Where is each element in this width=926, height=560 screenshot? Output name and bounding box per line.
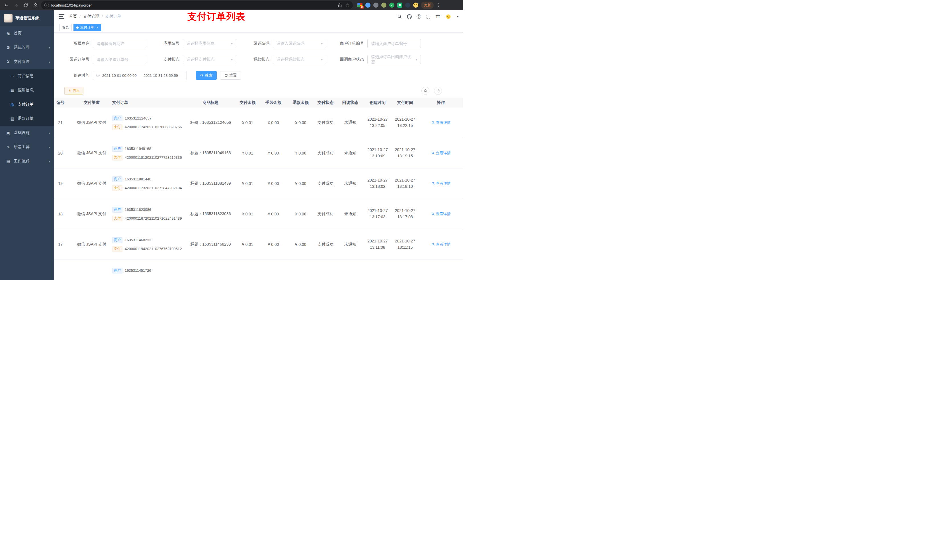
app-logo-image bbox=[4, 14, 12, 23]
pay-order-cell: 商户1635311823086 支付4200001167202110271022… bbox=[109, 207, 186, 222]
sidebar-item-system[interactable]: ⚙ 系统管理 ▾ bbox=[0, 41, 54, 54]
toggle-search-button[interactable] bbox=[421, 87, 430, 95]
search-button-label: 搜索 bbox=[205, 73, 212, 78]
refund-status-select[interactable]: 请选择退款状态 ▾ bbox=[273, 55, 326, 64]
channel-order-no-input[interactable] bbox=[93, 55, 146, 64]
extension-icon[interactable] bbox=[397, 3, 402, 8]
sidebar-item-app-info[interactable]: ▦ 应用信息 bbox=[0, 83, 54, 97]
view-detail-link[interactable]: 查看详情 bbox=[431, 120, 451, 125]
search-icon bbox=[431, 182, 435, 185]
status-cell: 支付成功 bbox=[314, 120, 337, 125]
sidebar-item-pay-order[interactable]: ◎ 支付订单 bbox=[0, 97, 54, 112]
view-detail-link[interactable]: 查看详情 bbox=[431, 181, 451, 186]
tab-pay-order[interactable]: 支付订单 × bbox=[73, 24, 101, 31]
column-header-refund: 退款金额 bbox=[287, 100, 314, 105]
reset-button[interactable]: 重置 bbox=[220, 71, 241, 80]
channel-order-no: 4200001173202110272847982104 bbox=[125, 186, 182, 190]
merchant-order-no-input[interactable] bbox=[367, 39, 421, 48]
extension-icon[interactable] bbox=[373, 3, 378, 8]
column-header-order: 支付订单 bbox=[109, 100, 186, 105]
table-row: 20 微信 JSAPI 支付 商户1635311949168 支付4200001… bbox=[54, 138, 463, 169]
site-info-icon[interactable]: i bbox=[44, 3, 49, 8]
breadcrumb-home[interactable]: 首页 bbox=[69, 14, 77, 19]
tab-home[interactable]: 首页 bbox=[59, 24, 72, 31]
extension-icon[interactable] bbox=[381, 3, 386, 8]
github-icon[interactable] bbox=[407, 14, 412, 19]
channel-code-select[interactable]: 请输入渠道编码 ▾ bbox=[273, 39, 326, 48]
tools-icon: ✎ bbox=[6, 145, 11, 149]
share-icon[interactable] bbox=[337, 3, 342, 8]
action-cell: 查看详情 bbox=[419, 120, 463, 125]
pay-status-select[interactable]: 请选择支付状态 ▾ bbox=[183, 55, 236, 64]
font-size-icon[interactable]: TT bbox=[436, 14, 440, 19]
refund-status-filter-label: 退款状态 bbox=[244, 57, 273, 62]
view-detail-link[interactable]: 查看详情 bbox=[431, 211, 451, 217]
search-icon[interactable] bbox=[397, 14, 402, 19]
sidebar-item-merchant-info[interactable]: ▭ 商户信息 bbox=[0, 69, 54, 83]
create-time-cell: 2021-10-2713:18:02 bbox=[364, 177, 391, 190]
browser-menu-icon[interactable]: ⋮ bbox=[436, 3, 442, 8]
extension-icon[interactable] bbox=[405, 3, 410, 8]
sidebar-item-home[interactable]: ◉ 首页 bbox=[0, 26, 54, 41]
sidebar-item-infra[interactable]: ▣ 基础设施 ▾ bbox=[0, 126, 54, 140]
refresh-table-button[interactable] bbox=[434, 87, 442, 95]
search-button[interactable]: 搜索 bbox=[196, 71, 217, 80]
sidebar-item-workflow[interactable]: ▤ 工作流程 ▾ bbox=[0, 154, 54, 169]
browser-refresh-button[interactable] bbox=[22, 1, 30, 9]
view-detail-link[interactable]: 查看详情 bbox=[431, 151, 451, 155]
column-header-fee: 手续金额 bbox=[260, 100, 287, 105]
tab-label: 首页 bbox=[62, 25, 69, 30]
gear-icon: ⚙ bbox=[6, 45, 11, 50]
profile-avatar-icon[interactable] bbox=[413, 3, 418, 8]
user-avatar[interactable] bbox=[445, 13, 452, 20]
action-cell: 查看详情 bbox=[419, 181, 463, 186]
pay-tag: 支付 bbox=[112, 216, 123, 221]
product-title-cell: 标题：1635312124656 bbox=[186, 120, 236, 125]
sidebar-item-refund-order[interactable]: ▧ 退款订单 bbox=[0, 112, 54, 126]
fullscreen-icon[interactable] bbox=[426, 14, 431, 19]
search-icon bbox=[431, 243, 435, 246]
bookmark-star-icon[interactable]: ☆ bbox=[346, 3, 350, 8]
view-detail-link[interactable]: 查看详情 bbox=[431, 242, 451, 247]
dashboard-icon: ◉ bbox=[6, 31, 11, 36]
browser-back-button[interactable] bbox=[2, 1, 10, 9]
pay-tag: 支付 bbox=[112, 155, 123, 160]
refund-cell: ¥ 0.00 bbox=[287, 181, 314, 186]
create-time-range-picker[interactable]: 2021-10-01 00:00:00 - 2021-10-31 23:59:5… bbox=[93, 71, 187, 80]
action-cell: 查看详情 bbox=[419, 211, 463, 217]
chevron-down-icon[interactable]: ▾ bbox=[457, 15, 458, 18]
pay-tag: 支付 bbox=[112, 246, 123, 252]
page-title-annotation: 支付订单列表 bbox=[188, 10, 245, 23]
merchant-order-no: 1635311451726 bbox=[125, 268, 151, 273]
sidebar-item-label: 首页 bbox=[14, 31, 22, 36]
merchant-filter-input[interactable] bbox=[93, 39, 146, 48]
fee-cell: ¥ 0.00 bbox=[260, 181, 287, 186]
refund-cell: ¥ 0.00 bbox=[287, 120, 314, 125]
merchant-order-no: 1635311823086 bbox=[125, 207, 151, 212]
pay-status-filter-label: 支付状态 bbox=[154, 57, 183, 62]
refresh-icon bbox=[224, 74, 228, 77]
extension-icon[interactable]: 10 bbox=[357, 3, 363, 8]
sidebar-item-payment[interactable]: ¥ 支付管理 ▴ bbox=[0, 54, 54, 69]
extension-icon[interactable] bbox=[389, 3, 394, 8]
pay-channel-cell: 微信 JSAPI 支付 bbox=[75, 211, 109, 217]
export-button[interactable]: 导出 bbox=[64, 87, 83, 95]
browser-home-button[interactable] bbox=[31, 1, 39, 9]
browser-forward-button[interactable] bbox=[12, 1, 20, 9]
sidebar-collapse-icon[interactable] bbox=[59, 14, 64, 19]
help-icon[interactable]: ? bbox=[416, 14, 421, 19]
action-cell: 查看详情 bbox=[419, 242, 463, 247]
notify-status-cell: 未通知 bbox=[337, 242, 364, 247]
extension-icon[interactable] bbox=[365, 3, 371, 8]
sidebar-item-dev-tools[interactable]: ✎ 研发工具 ▾ bbox=[0, 140, 54, 154]
search-icon bbox=[431, 212, 435, 216]
status-cell: 支付成功 bbox=[314, 151, 337, 155]
app-no-select[interactable]: 请选择应用信息 ▾ bbox=[183, 39, 236, 48]
breadcrumb-section[interactable]: 支付管理 bbox=[83, 14, 99, 19]
address-bar[interactable]: i localhost:1024/pay/order ☆ bbox=[41, 1, 353, 9]
channel-order-no: 4200001167202110271022491439 bbox=[125, 216, 182, 220]
app-logo[interactable]: 芋道管理系统 bbox=[0, 10, 54, 26]
browser-update-button[interactable]: 更新 bbox=[421, 2, 434, 9]
callback-status-select[interactable]: 请选择订单回调商户状态 ▾ bbox=[367, 55, 421, 64]
close-icon[interactable]: × bbox=[96, 26, 98, 30]
